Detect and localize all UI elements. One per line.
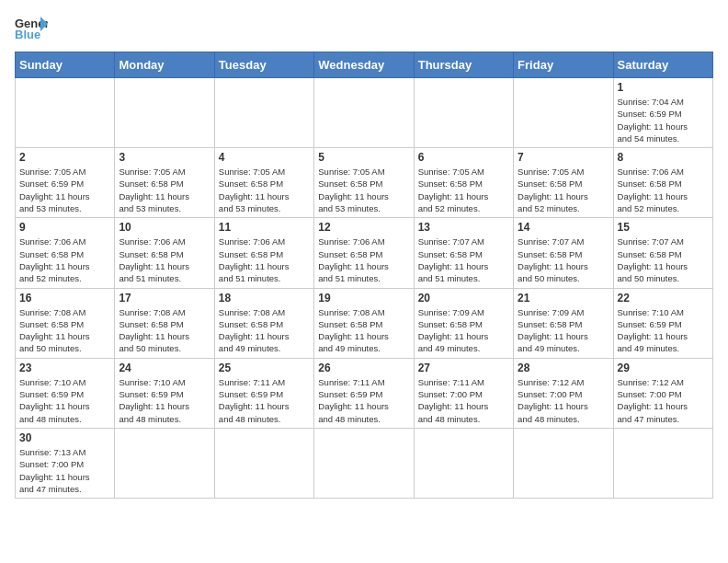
logo: General Blue (15, 15, 48, 40)
calendar-cell (514, 78, 613, 148)
day-number: 27 (418, 362, 509, 374)
calendar-cell: 17Sunrise: 7:08 AM Sunset: 6:58 PM Dayli… (115, 288, 214, 358)
header: General Blue (15, 15, 713, 40)
calendar-cell (214, 78, 313, 148)
day-number: 15 (618, 221, 709, 234)
calendar-cell: 26Sunrise: 7:11 AM Sunset: 6:59 PM Dayli… (314, 358, 414, 428)
day-info: Sunrise: 7:05 AM Sunset: 6:58 PM Dayligh… (219, 166, 310, 214)
day-info: Sunrise: 7:11 AM Sunset: 6:59 PM Dayligh… (219, 376, 310, 425)
day-info: Sunrise: 7:12 AM Sunset: 7:00 PM Dayligh… (618, 376, 709, 425)
calendar-cell: 22Sunrise: 7:10 AM Sunset: 6:59 PM Dayli… (613, 288, 712, 358)
calendar-cell: 10Sunrise: 7:06 AM Sunset: 6:58 PM Dayli… (115, 218, 214, 288)
day-number: 23 (19, 362, 110, 374)
calendar-cell: 15Sunrise: 7:07 AM Sunset: 6:58 PM Dayli… (613, 218, 712, 288)
day-info: Sunrise: 7:10 AM Sunset: 6:59 PM Dayligh… (19, 376, 110, 425)
calendar-cell: 24Sunrise: 7:10 AM Sunset: 6:59 PM Dayli… (115, 358, 214, 428)
day-number: 4 (219, 151, 310, 164)
day-info: Sunrise: 7:10 AM Sunset: 6:59 PM Dayligh… (618, 306, 709, 355)
calendar-cell: 16Sunrise: 7:08 AM Sunset: 6:58 PM Dayli… (16, 288, 115, 358)
calendar-cell: 29Sunrise: 7:12 AM Sunset: 7:00 PM Dayli… (613, 358, 712, 428)
day-info: Sunrise: 7:06 AM Sunset: 6:58 PM Dayligh… (618, 166, 709, 214)
day-number: 7 (518, 151, 609, 164)
day-info: Sunrise: 7:13 AM Sunset: 7:00 PM Dayligh… (19, 446, 110, 495)
calendar-cell (115, 428, 214, 498)
day-info: Sunrise: 7:11 AM Sunset: 7:00 PM Dayligh… (418, 376, 509, 425)
calendar-cell: 5Sunrise: 7:05 AM Sunset: 6:58 PM Daylig… (314, 148, 414, 218)
weekday-header-sunday: Sunday (16, 52, 115, 78)
svg-text:Blue: Blue (15, 28, 40, 40)
day-info: Sunrise: 7:06 AM Sunset: 6:58 PM Dayligh… (119, 236, 210, 284)
weekday-header-wednesday: Wednesday (314, 52, 414, 78)
week-row-2: 2Sunrise: 7:05 AM Sunset: 6:59 PM Daylig… (16, 148, 713, 218)
week-row-5: 23Sunrise: 7:10 AM Sunset: 6:59 PM Dayli… (16, 358, 713, 428)
calendar-cell (314, 78, 414, 148)
day-number: 16 (19, 292, 110, 304)
day-info: Sunrise: 7:05 AM Sunset: 6:58 PM Dayligh… (119, 166, 210, 214)
day-number: 22 (618, 292, 709, 304)
day-number: 14 (518, 221, 609, 234)
calendar-cell (214, 428, 313, 498)
day-info: Sunrise: 7:05 AM Sunset: 6:58 PM Dayligh… (518, 166, 609, 214)
weekday-header-thursday: Thursday (414, 52, 513, 78)
calendar-cell: 11Sunrise: 7:06 AM Sunset: 6:58 PM Dayli… (214, 218, 313, 288)
calendar-cell: 30Sunrise: 7:13 AM Sunset: 7:00 PM Dayli… (16, 428, 115, 498)
weekday-header-row: SundayMondayTuesdayWednesdayThursdayFrid… (16, 52, 713, 78)
calendar-cell: 25Sunrise: 7:11 AM Sunset: 6:59 PM Dayli… (214, 358, 313, 428)
calendar-cell (414, 78, 513, 148)
day-number: 21 (518, 292, 609, 304)
day-info: Sunrise: 7:09 AM Sunset: 6:58 PM Dayligh… (518, 306, 609, 355)
day-number: 1 (618, 81, 709, 94)
calendar-cell (16, 78, 115, 148)
day-number: 28 (518, 362, 609, 374)
weekday-header-friday: Friday (514, 52, 613, 78)
week-row-6: 30Sunrise: 7:13 AM Sunset: 7:00 PM Dayli… (16, 428, 713, 498)
day-number: 12 (318, 221, 409, 234)
day-info: Sunrise: 7:08 AM Sunset: 6:58 PM Dayligh… (318, 306, 409, 355)
calendar-cell: 1Sunrise: 7:04 AM Sunset: 6:59 PM Daylig… (613, 78, 712, 148)
calendar-cell: 2Sunrise: 7:05 AM Sunset: 6:59 PM Daylig… (16, 148, 115, 218)
calendar-cell: 27Sunrise: 7:11 AM Sunset: 7:00 PM Dayli… (414, 358, 513, 428)
day-info: Sunrise: 7:07 AM Sunset: 6:58 PM Dayligh… (418, 236, 509, 284)
weekday-header-saturday: Saturday (613, 52, 712, 78)
weekday-header-tuesday: Tuesday (214, 52, 313, 78)
day-number: 2 (19, 151, 110, 164)
day-info: Sunrise: 7:06 AM Sunset: 6:58 PM Dayligh… (318, 236, 409, 284)
calendar-cell: 21Sunrise: 7:09 AM Sunset: 6:58 PM Dayli… (514, 288, 613, 358)
calendar-cell: 13Sunrise: 7:07 AM Sunset: 6:58 PM Dayli… (414, 218, 513, 288)
day-number: 29 (618, 362, 709, 374)
day-info: Sunrise: 7:08 AM Sunset: 6:58 PM Dayligh… (219, 306, 310, 355)
calendar-cell: 7Sunrise: 7:05 AM Sunset: 6:58 PM Daylig… (514, 148, 613, 218)
day-info: Sunrise: 7:09 AM Sunset: 6:58 PM Dayligh… (418, 306, 509, 355)
day-number: 8 (618, 151, 709, 164)
calendar-cell (115, 78, 214, 148)
day-info: Sunrise: 7:05 AM Sunset: 6:58 PM Dayligh… (418, 166, 509, 214)
calendar-cell (613, 428, 712, 498)
day-info: Sunrise: 7:06 AM Sunset: 6:58 PM Dayligh… (219, 236, 310, 284)
day-number: 17 (119, 292, 210, 304)
calendar-cell: 3Sunrise: 7:05 AM Sunset: 6:58 PM Daylig… (115, 148, 214, 218)
day-number: 20 (418, 292, 509, 304)
calendar-cell (414, 428, 513, 498)
calendar-cell: 18Sunrise: 7:08 AM Sunset: 6:58 PM Dayli… (214, 288, 313, 358)
day-info: Sunrise: 7:07 AM Sunset: 6:58 PM Dayligh… (618, 236, 709, 284)
day-number: 19 (318, 292, 409, 304)
day-info: Sunrise: 7:11 AM Sunset: 6:59 PM Dayligh… (318, 376, 409, 425)
week-row-1: 1Sunrise: 7:04 AM Sunset: 6:59 PM Daylig… (16, 78, 713, 148)
day-info: Sunrise: 7:04 AM Sunset: 6:59 PM Dayligh… (618, 96, 709, 144)
day-info: Sunrise: 7:05 AM Sunset: 6:58 PM Dayligh… (318, 166, 409, 214)
weekday-header-monday: Monday (115, 52, 214, 78)
calendar-cell: 23Sunrise: 7:10 AM Sunset: 6:59 PM Dayli… (16, 358, 115, 428)
day-info: Sunrise: 7:06 AM Sunset: 6:58 PM Dayligh… (19, 236, 110, 284)
day-info: Sunrise: 7:07 AM Sunset: 6:58 PM Dayligh… (518, 236, 609, 284)
day-number: 11 (219, 221, 310, 234)
day-info: Sunrise: 7:05 AM Sunset: 6:59 PM Dayligh… (19, 166, 110, 214)
day-number: 13 (418, 221, 509, 234)
day-info: Sunrise: 7:10 AM Sunset: 6:59 PM Dayligh… (119, 376, 210, 425)
day-number: 30 (19, 431, 110, 444)
day-number: 18 (219, 292, 310, 304)
calendar-cell: 6Sunrise: 7:05 AM Sunset: 6:58 PM Daylig… (414, 148, 513, 218)
calendar-cell: 9Sunrise: 7:06 AM Sunset: 6:58 PM Daylig… (16, 218, 115, 288)
week-row-4: 16Sunrise: 7:08 AM Sunset: 6:58 PM Dayli… (16, 288, 713, 358)
calendar-cell: 12Sunrise: 7:06 AM Sunset: 6:58 PM Dayli… (314, 218, 414, 288)
calendar-cell: 20Sunrise: 7:09 AM Sunset: 6:58 PM Dayli… (414, 288, 513, 358)
